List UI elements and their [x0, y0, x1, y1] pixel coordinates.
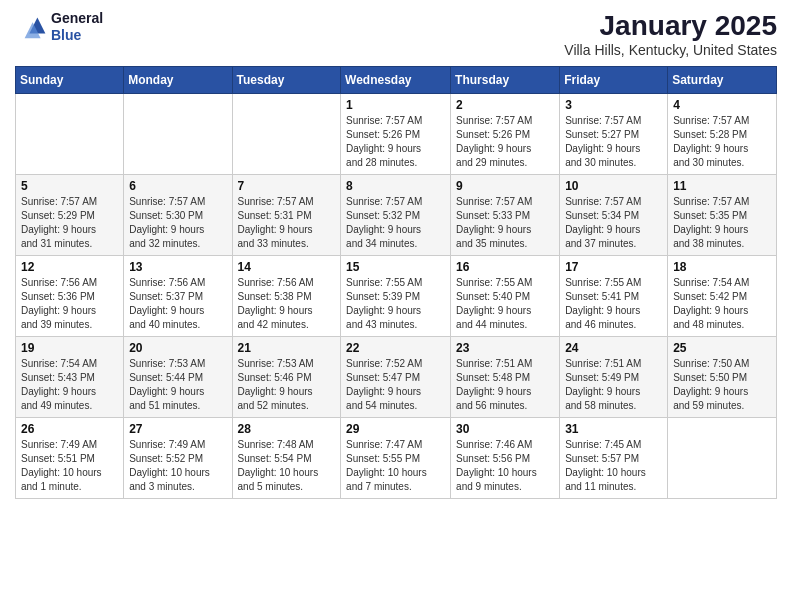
- day-number: 15: [346, 260, 445, 274]
- day-detail: Sunrise: 7:57 AM Sunset: 5:32 PM Dayligh…: [346, 195, 445, 251]
- calendar-cell: 12Sunrise: 7:56 AM Sunset: 5:36 PM Dayli…: [16, 256, 124, 337]
- weekday-header: Saturday: [668, 67, 777, 94]
- day-detail: Sunrise: 7:55 AM Sunset: 5:39 PM Dayligh…: [346, 276, 445, 332]
- day-detail: Sunrise: 7:55 AM Sunset: 5:41 PM Dayligh…: [565, 276, 662, 332]
- day-detail: Sunrise: 7:53 AM Sunset: 5:44 PM Dayligh…: [129, 357, 226, 413]
- calendar-cell: [668, 418, 777, 499]
- day-detail: Sunrise: 7:57 AM Sunset: 5:30 PM Dayligh…: [129, 195, 226, 251]
- day-detail: Sunrise: 7:54 AM Sunset: 5:42 PM Dayligh…: [673, 276, 771, 332]
- calendar-cell: 27Sunrise: 7:49 AM Sunset: 5:52 PM Dayli…: [124, 418, 232, 499]
- day-number: 24: [565, 341, 662, 355]
- day-number: 10: [565, 179, 662, 193]
- day-number: 8: [346, 179, 445, 193]
- day-detail: Sunrise: 7:56 AM Sunset: 5:36 PM Dayligh…: [21, 276, 118, 332]
- day-number: 14: [238, 260, 336, 274]
- day-detail: Sunrise: 7:50 AM Sunset: 5:50 PM Dayligh…: [673, 357, 771, 413]
- day-detail: Sunrise: 7:51 AM Sunset: 5:49 PM Dayligh…: [565, 357, 662, 413]
- weekday-header: Wednesday: [341, 67, 451, 94]
- calendar-cell: 10Sunrise: 7:57 AM Sunset: 5:34 PM Dayli…: [560, 175, 668, 256]
- calendar-cell: 5Sunrise: 7:57 AM Sunset: 5:29 PM Daylig…: [16, 175, 124, 256]
- day-detail: Sunrise: 7:52 AM Sunset: 5:47 PM Dayligh…: [346, 357, 445, 413]
- weekday-header: Friday: [560, 67, 668, 94]
- logo-text: General Blue: [51, 10, 103, 44]
- day-number: 3: [565, 98, 662, 112]
- day-detail: Sunrise: 7:57 AM Sunset: 5:28 PM Dayligh…: [673, 114, 771, 170]
- day-detail: Sunrise: 7:57 AM Sunset: 5:34 PM Dayligh…: [565, 195, 662, 251]
- day-detail: Sunrise: 7:49 AM Sunset: 5:52 PM Dayligh…: [129, 438, 226, 494]
- day-number: 21: [238, 341, 336, 355]
- day-detail: Sunrise: 7:57 AM Sunset: 5:26 PM Dayligh…: [346, 114, 445, 170]
- day-detail: Sunrise: 7:48 AM Sunset: 5:54 PM Dayligh…: [238, 438, 336, 494]
- calendar-week-row: 19Sunrise: 7:54 AM Sunset: 5:43 PM Dayli…: [16, 337, 777, 418]
- calendar-cell: 14Sunrise: 7:56 AM Sunset: 5:38 PM Dayli…: [232, 256, 341, 337]
- calendar-cell: 7Sunrise: 7:57 AM Sunset: 5:31 PM Daylig…: [232, 175, 341, 256]
- day-number: 20: [129, 341, 226, 355]
- day-number: 22: [346, 341, 445, 355]
- day-number: 29: [346, 422, 445, 436]
- day-detail: Sunrise: 7:57 AM Sunset: 5:26 PM Dayligh…: [456, 114, 554, 170]
- calendar-cell: 29Sunrise: 7:47 AM Sunset: 5:55 PM Dayli…: [341, 418, 451, 499]
- calendar-week-row: 26Sunrise: 7:49 AM Sunset: 5:51 PM Dayli…: [16, 418, 777, 499]
- day-detail: Sunrise: 7:57 AM Sunset: 5:35 PM Dayligh…: [673, 195, 771, 251]
- day-detail: Sunrise: 7:55 AM Sunset: 5:40 PM Dayligh…: [456, 276, 554, 332]
- calendar-cell: 31Sunrise: 7:45 AM Sunset: 5:57 PM Dayli…: [560, 418, 668, 499]
- calendar-cell: [232, 94, 341, 175]
- calendar-cell: 30Sunrise: 7:46 AM Sunset: 5:56 PM Dayli…: [451, 418, 560, 499]
- calendar-cell: 8Sunrise: 7:57 AM Sunset: 5:32 PM Daylig…: [341, 175, 451, 256]
- calendar-cell: 3Sunrise: 7:57 AM Sunset: 5:27 PM Daylig…: [560, 94, 668, 175]
- weekday-header: Tuesday: [232, 67, 341, 94]
- day-number: 23: [456, 341, 554, 355]
- calendar-cell: 13Sunrise: 7:56 AM Sunset: 5:37 PM Dayli…: [124, 256, 232, 337]
- day-number: 30: [456, 422, 554, 436]
- day-number: 28: [238, 422, 336, 436]
- day-number: 31: [565, 422, 662, 436]
- calendar-cell: 28Sunrise: 7:48 AM Sunset: 5:54 PM Dayli…: [232, 418, 341, 499]
- day-detail: Sunrise: 7:57 AM Sunset: 5:27 PM Dayligh…: [565, 114, 662, 170]
- day-number: 9: [456, 179, 554, 193]
- calendar-cell: 22Sunrise: 7:52 AM Sunset: 5:47 PM Dayli…: [341, 337, 451, 418]
- calendar-header-row: SundayMondayTuesdayWednesdayThursdayFrid…: [16, 67, 777, 94]
- day-detail: Sunrise: 7:57 AM Sunset: 5:31 PM Dayligh…: [238, 195, 336, 251]
- calendar-cell: [124, 94, 232, 175]
- day-number: 6: [129, 179, 226, 193]
- calendar-cell: 1Sunrise: 7:57 AM Sunset: 5:26 PM Daylig…: [341, 94, 451, 175]
- day-number: 7: [238, 179, 336, 193]
- weekday-header: Monday: [124, 67, 232, 94]
- calendar-cell: 2Sunrise: 7:57 AM Sunset: 5:26 PM Daylig…: [451, 94, 560, 175]
- location: Villa Hills, Kentucky, United States: [564, 42, 777, 58]
- day-detail: Sunrise: 7:56 AM Sunset: 5:37 PM Dayligh…: [129, 276, 226, 332]
- weekday-header: Sunday: [16, 67, 124, 94]
- calendar-cell: 16Sunrise: 7:55 AM Sunset: 5:40 PM Dayli…: [451, 256, 560, 337]
- day-detail: Sunrise: 7:56 AM Sunset: 5:38 PM Dayligh…: [238, 276, 336, 332]
- day-number: 13: [129, 260, 226, 274]
- calendar-cell: 11Sunrise: 7:57 AM Sunset: 5:35 PM Dayli…: [668, 175, 777, 256]
- page-container: General Blue January 2025 Villa Hills, K…: [0, 0, 792, 509]
- day-number: 25: [673, 341, 771, 355]
- day-number: 27: [129, 422, 226, 436]
- day-number: 18: [673, 260, 771, 274]
- day-number: 4: [673, 98, 771, 112]
- calendar-cell: 6Sunrise: 7:57 AM Sunset: 5:30 PM Daylig…: [124, 175, 232, 256]
- calendar-cell: 23Sunrise: 7:51 AM Sunset: 5:48 PM Dayli…: [451, 337, 560, 418]
- calendar-cell: 20Sunrise: 7:53 AM Sunset: 5:44 PM Dayli…: [124, 337, 232, 418]
- day-detail: Sunrise: 7:54 AM Sunset: 5:43 PM Dayligh…: [21, 357, 118, 413]
- calendar-cell: 4Sunrise: 7:57 AM Sunset: 5:28 PM Daylig…: [668, 94, 777, 175]
- calendar-cell: 26Sunrise: 7:49 AM Sunset: 5:51 PM Dayli…: [16, 418, 124, 499]
- calendar-cell: 19Sunrise: 7:54 AM Sunset: 5:43 PM Dayli…: [16, 337, 124, 418]
- calendar-cell: 21Sunrise: 7:53 AM Sunset: 5:46 PM Dayli…: [232, 337, 341, 418]
- day-detail: Sunrise: 7:57 AM Sunset: 5:33 PM Dayligh…: [456, 195, 554, 251]
- logo: General Blue: [15, 10, 103, 44]
- day-number: 16: [456, 260, 554, 274]
- page-header: General Blue January 2025 Villa Hills, K…: [15, 10, 777, 58]
- day-detail: Sunrise: 7:51 AM Sunset: 5:48 PM Dayligh…: [456, 357, 554, 413]
- title-block: January 2025 Villa Hills, Kentucky, Unit…: [564, 10, 777, 58]
- calendar-week-row: 5Sunrise: 7:57 AM Sunset: 5:29 PM Daylig…: [16, 175, 777, 256]
- calendar-cell: 17Sunrise: 7:55 AM Sunset: 5:41 PM Dayli…: [560, 256, 668, 337]
- day-detail: Sunrise: 7:46 AM Sunset: 5:56 PM Dayligh…: [456, 438, 554, 494]
- month-title: January 2025: [564, 10, 777, 42]
- calendar-week-row: 1Sunrise: 7:57 AM Sunset: 5:26 PM Daylig…: [16, 94, 777, 175]
- calendar-cell: 15Sunrise: 7:55 AM Sunset: 5:39 PM Dayli…: [341, 256, 451, 337]
- logo-icon: [15, 11, 47, 43]
- calendar-cell: 24Sunrise: 7:51 AM Sunset: 5:49 PM Dayli…: [560, 337, 668, 418]
- day-number: 19: [21, 341, 118, 355]
